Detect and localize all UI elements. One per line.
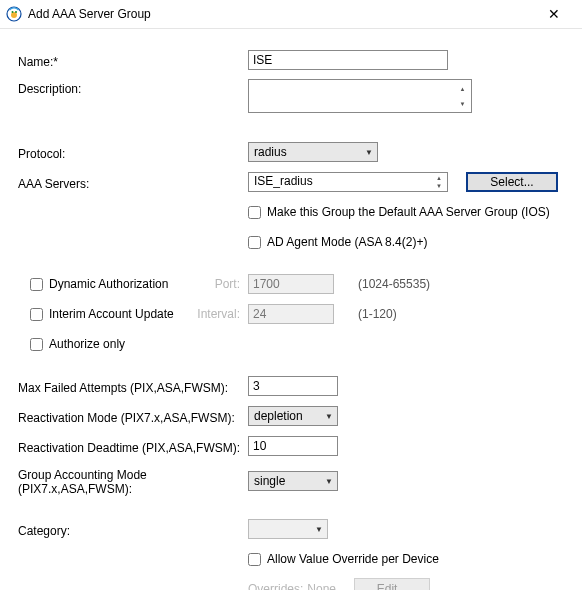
spinner-up-icon: ▲ <box>455 81 470 96</box>
spinner-down-icon: ▼ <box>432 182 446 190</box>
ad-agent-checkbox[interactable]: AD Agent Mode (ASA 8.4(2)+) <box>248 235 427 249</box>
close-button[interactable]: ✕ <box>534 6 574 22</box>
react-deadtime-label: Reactivation Deadtime (PIX,ASA,FWSM): <box>18 438 248 455</box>
group-acct-select[interactable]: single ▼ <box>248 471 338 491</box>
react-mode-value: depletion <box>254 409 303 423</box>
chevron-down-icon: ▼ <box>315 525 323 534</box>
dynamic-auth-label: Dynamic Authorization <box>49 277 168 291</box>
chevron-down-icon: ▼ <box>325 412 333 421</box>
window-title: Add AAA Server Group <box>28 7 534 21</box>
interval-input <box>248 304 334 324</box>
aaa-server-input[interactable]: ISE_radius ▲ ▼ <box>248 172 448 192</box>
ad-agent-label: AD Agent Mode (ASA 8.4(2)+) <box>267 235 427 249</box>
app-icon <box>6 6 22 22</box>
aaa-server-value: ISE_radius <box>254 174 313 188</box>
allow-override-label: Allow Value Override per Device <box>267 552 439 566</box>
default-group-label: Make this Group the Default AAA Server G… <box>267 205 550 219</box>
interval-label: Interval: <box>192 307 248 321</box>
default-group-checkbox[interactable]: Make this Group the Default AAA Server G… <box>248 205 550 219</box>
authorize-only-checkbox[interactable]: Authorize only <box>30 337 125 351</box>
port-hint: (1024-65535) <box>358 277 430 291</box>
svg-point-3 <box>15 11 17 13</box>
category-value: x <box>254 522 260 536</box>
interval-hint: (1-120) <box>358 307 397 321</box>
protocol-label: Protocol: <box>18 144 248 161</box>
spinner-down-icon: ▼ <box>455 96 470 111</box>
select-button[interactable]: Select... <box>466 172 558 192</box>
name-label: Name:* <box>18 52 248 69</box>
dynamic-auth-checkbox[interactable]: Dynamic Authorization <box>30 277 192 291</box>
overrides-value: None <box>307 582 336 590</box>
titlebar: Add AAA Server Group ✕ <box>0 0 582 29</box>
overrides-label: Overrides: <box>248 582 303 590</box>
svg-point-2 <box>12 11 14 13</box>
interim-update-label: Interim Account Update <box>49 307 174 321</box>
category-label: Category: <box>18 521 248 538</box>
protocol-select[interactable]: radius ▼ <box>248 142 378 162</box>
edit-button: Edit... <box>354 578 430 590</box>
category-select[interactable]: x ▼ <box>248 519 328 539</box>
max-failed-label: Max Failed Attempts (PIX,ASA,FWSM): <box>18 378 248 395</box>
aaa-server-spinner[interactable]: ▲ ▼ <box>432 174 446 190</box>
spinner-up-icon: ▲ <box>432 174 446 182</box>
interim-update-checkbox[interactable]: Interim Account Update <box>30 307 192 321</box>
allow-override-checkbox[interactable]: Allow Value Override per Device <box>248 552 439 566</box>
group-acct-label: Group Accounting Mode (PIX7.x,ASA,FWSM): <box>18 465 248 496</box>
port-label: Port: <box>192 277 248 291</box>
react-mode-select[interactable]: depletion ▼ <box>248 406 338 426</box>
react-mode-label: Reactivation Mode (PIX7.x,ASA,FWSM): <box>18 408 248 425</box>
port-input <box>248 274 334 294</box>
description-label: Description: <box>18 79 248 96</box>
name-input[interactable] <box>248 50 448 70</box>
description-input[interactable]: ▲ ▼ <box>248 79 472 113</box>
react-deadtime-input[interactable] <box>248 436 338 456</box>
aaa-servers-label: AAA Servers: <box>18 174 248 191</box>
dialog-content: Name:* Description: ▲ ▼ Protocol: radius… <box>0 29 582 590</box>
chevron-down-icon: ▼ <box>365 148 373 157</box>
authorize-only-label: Authorize only <box>49 337 125 351</box>
description-spinner[interactable]: ▲ ▼ <box>455 81 470 111</box>
protocol-value: radius <box>254 145 287 159</box>
group-acct-value: single <box>254 474 285 488</box>
chevron-down-icon: ▼ <box>325 476 333 485</box>
max-failed-input[interactable] <box>248 376 338 396</box>
